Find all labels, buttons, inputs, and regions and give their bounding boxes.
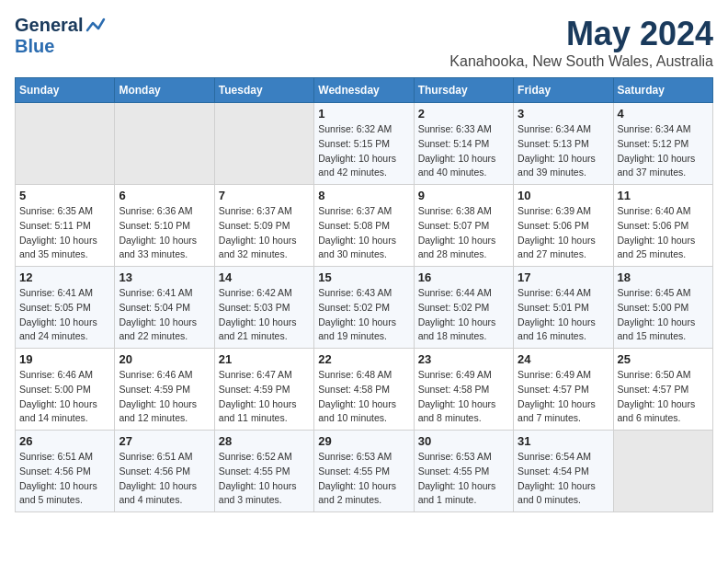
day-number: 30 <box>418 434 509 448</box>
logo-blue-text: Blue <box>15 36 54 57</box>
calendar-week-5: 26Sunrise: 6:51 AM Sunset: 4:56 PM Dayli… <box>16 431 713 512</box>
day-info: Sunrise: 6:46 AM Sunset: 5:00 PM Dayligh… <box>19 368 110 426</box>
day-info: Sunrise: 6:49 AM Sunset: 4:57 PM Dayligh… <box>518 368 609 426</box>
day-number: 2 <box>418 107 509 121</box>
day-info: Sunrise: 6:37 AM Sunset: 5:08 PM Dayligh… <box>318 204 409 262</box>
calendar-cell <box>115 103 214 185</box>
day-info: Sunrise: 6:39 AM Sunset: 5:06 PM Dayligh… <box>518 204 609 262</box>
logo: General Blue <box>15 15 106 57</box>
calendar-cell: 24Sunrise: 6:49 AM Sunset: 4:57 PM Dayli… <box>514 349 613 431</box>
month-title: May 2024 <box>449 15 713 53</box>
day-info: Sunrise: 6:53 AM Sunset: 4:55 PM Dayligh… <box>318 450 409 508</box>
calendar-cell: 9Sunrise: 6:38 AM Sunset: 5:07 PM Daylig… <box>414 185 513 267</box>
weekday-header-monday: Monday <box>115 78 214 103</box>
day-number: 13 <box>119 270 210 284</box>
calendar-cell: 2Sunrise: 6:33 AM Sunset: 5:14 PM Daylig… <box>414 103 513 185</box>
calendar-cell: 15Sunrise: 6:43 AM Sunset: 5:02 PM Dayli… <box>314 267 414 349</box>
day-number: 31 <box>518 434 609 448</box>
day-info: Sunrise: 6:50 AM Sunset: 4:57 PM Dayligh… <box>618 368 709 426</box>
day-info: Sunrise: 6:36 AM Sunset: 5:10 PM Dayligh… <box>119 204 210 262</box>
day-number: 27 <box>119 434 210 448</box>
day-info: Sunrise: 6:34 AM Sunset: 5:13 PM Dayligh… <box>518 122 609 180</box>
day-info: Sunrise: 6:48 AM Sunset: 4:58 PM Dayligh… <box>318 368 409 426</box>
day-info: Sunrise: 6:35 AM Sunset: 5:11 PM Dayligh… <box>19 204 110 262</box>
day-number: 5 <box>19 189 110 202</box>
weekday-header-saturday: Saturday <box>613 78 712 103</box>
calendar-cell: 19Sunrise: 6:46 AM Sunset: 5:00 PM Dayli… <box>16 349 115 431</box>
day-info: Sunrise: 6:47 AM Sunset: 4:59 PM Dayligh… <box>219 368 310 426</box>
logo-wrapper: General Blue <box>15 15 106 57</box>
day-number: 14 <box>219 270 310 284</box>
calendar-cell: 3Sunrise: 6:34 AM Sunset: 5:13 PM Daylig… <box>514 103 613 185</box>
weekday-header-thursday: Thursday <box>414 78 513 103</box>
day-number: 26 <box>19 434 110 448</box>
calendar-cell <box>16 103 115 185</box>
day-info: Sunrise: 6:41 AM Sunset: 5:04 PM Dayligh… <box>119 286 210 344</box>
day-number: 6 <box>119 189 210 202</box>
day-number: 29 <box>318 434 409 448</box>
calendar-cell <box>613 431 712 512</box>
day-number: 7 <box>219 189 310 202</box>
calendar-cell: 6Sunrise: 6:36 AM Sunset: 5:10 PM Daylig… <box>115 185 214 267</box>
calendar-cell: 31Sunrise: 6:54 AM Sunset: 4:54 PM Dayli… <box>514 431 613 512</box>
day-number: 25 <box>618 352 709 366</box>
day-info: Sunrise: 6:42 AM Sunset: 5:03 PM Dayligh… <box>219 286 310 344</box>
day-number: 18 <box>618 270 709 284</box>
weekday-header-wednesday: Wednesday <box>314 78 414 103</box>
day-info: Sunrise: 6:38 AM Sunset: 5:07 PM Dayligh… <box>418 204 509 262</box>
calendar-week-4: 19Sunrise: 6:46 AM Sunset: 5:00 PM Dayli… <box>16 349 713 431</box>
day-number: 8 <box>318 189 409 202</box>
day-info: Sunrise: 6:40 AM Sunset: 5:06 PM Dayligh… <box>618 204 709 262</box>
day-number: 10 <box>518 189 609 202</box>
calendar-cell: 7Sunrise: 6:37 AM Sunset: 5:09 PM Daylig… <box>214 185 313 267</box>
day-info: Sunrise: 6:44 AM Sunset: 5:02 PM Dayligh… <box>418 286 509 344</box>
calendar-cell: 18Sunrise: 6:45 AM Sunset: 5:00 PM Dayli… <box>613 267 712 349</box>
page-header: General Blue May 2024 Kanahooka, New Sou… <box>15 15 713 70</box>
calendar-cell: 10Sunrise: 6:39 AM Sunset: 5:06 PM Dayli… <box>514 185 613 267</box>
day-info: Sunrise: 6:34 AM Sunset: 5:12 PM Dayligh… <box>618 122 709 180</box>
day-number: 4 <box>618 107 709 121</box>
weekday-header-sunday: Sunday <box>16 78 115 103</box>
calendar-cell: 16Sunrise: 6:44 AM Sunset: 5:02 PM Dayli… <box>414 267 513 349</box>
title-block: May 2024 Kanahooka, New South Wales, Aus… <box>449 15 713 70</box>
day-info: Sunrise: 6:37 AM Sunset: 5:09 PM Dayligh… <box>219 204 310 262</box>
calendar-cell: 26Sunrise: 6:51 AM Sunset: 4:56 PM Dayli… <box>16 431 115 512</box>
calendar-cell: 14Sunrise: 6:42 AM Sunset: 5:03 PM Dayli… <box>214 267 313 349</box>
day-info: Sunrise: 6:33 AM Sunset: 5:14 PM Dayligh… <box>418 122 509 180</box>
weekday-header-friday: Friday <box>514 78 613 103</box>
calendar-cell: 12Sunrise: 6:41 AM Sunset: 5:05 PM Dayli… <box>16 267 115 349</box>
day-info: Sunrise: 6:43 AM Sunset: 5:02 PM Dayligh… <box>318 286 409 344</box>
day-number: 19 <box>19 352 110 366</box>
day-info: Sunrise: 6:54 AM Sunset: 4:54 PM Dayligh… <box>518 450 609 508</box>
day-info: Sunrise: 6:41 AM Sunset: 5:05 PM Dayligh… <box>19 286 110 344</box>
day-number: 9 <box>418 189 509 202</box>
calendar-cell: 20Sunrise: 6:46 AM Sunset: 4:59 PM Dayli… <box>115 349 214 431</box>
day-info: Sunrise: 6:46 AM Sunset: 4:59 PM Dayligh… <box>119 368 210 426</box>
day-number: 24 <box>518 352 609 366</box>
day-info: Sunrise: 6:51 AM Sunset: 4:56 PM Dayligh… <box>119 450 210 508</box>
day-info: Sunrise: 6:49 AM Sunset: 4:58 PM Dayligh… <box>418 368 509 426</box>
calendar-cell <box>214 103 313 185</box>
calendar-cell: 22Sunrise: 6:48 AM Sunset: 4:58 PM Dayli… <box>314 349 414 431</box>
day-number: 21 <box>219 352 310 366</box>
day-info: Sunrise: 6:52 AM Sunset: 4:55 PM Dayligh… <box>219 450 310 508</box>
day-number: 1 <box>318 107 409 121</box>
logo-text-block: General Blue <box>15 15 106 57</box>
calendar-table: SundayMondayTuesdayWednesdayThursdayFrid… <box>15 77 713 512</box>
day-number: 16 <box>418 270 509 284</box>
calendar-week-2: 5Sunrise: 6:35 AM Sunset: 5:11 PM Daylig… <box>16 185 713 267</box>
calendar-cell: 11Sunrise: 6:40 AM Sunset: 5:06 PM Dayli… <box>613 185 712 267</box>
calendar-cell: 30Sunrise: 6:53 AM Sunset: 4:55 PM Dayli… <box>414 431 513 512</box>
day-number: 3 <box>518 107 609 121</box>
calendar-cell: 28Sunrise: 6:52 AM Sunset: 4:55 PM Dayli… <box>214 431 313 512</box>
day-number: 12 <box>19 270 110 284</box>
calendar-cell: 23Sunrise: 6:49 AM Sunset: 4:58 PM Dayli… <box>414 349 513 431</box>
calendar-cell: 4Sunrise: 6:34 AM Sunset: 5:12 PM Daylig… <box>613 103 712 185</box>
calendar-cell: 8Sunrise: 6:37 AM Sunset: 5:08 PM Daylig… <box>314 185 414 267</box>
day-info: Sunrise: 6:45 AM Sunset: 5:00 PM Dayligh… <box>618 286 709 344</box>
calendar-cell: 5Sunrise: 6:35 AM Sunset: 5:11 PM Daylig… <box>16 185 115 267</box>
calendar-header-row: SundayMondayTuesdayWednesdayThursdayFrid… <box>16 78 713 103</box>
logo-wave-icon <box>85 17 106 34</box>
day-info: Sunrise: 6:44 AM Sunset: 5:01 PM Dayligh… <box>518 286 609 344</box>
day-number: 17 <box>518 270 609 284</box>
